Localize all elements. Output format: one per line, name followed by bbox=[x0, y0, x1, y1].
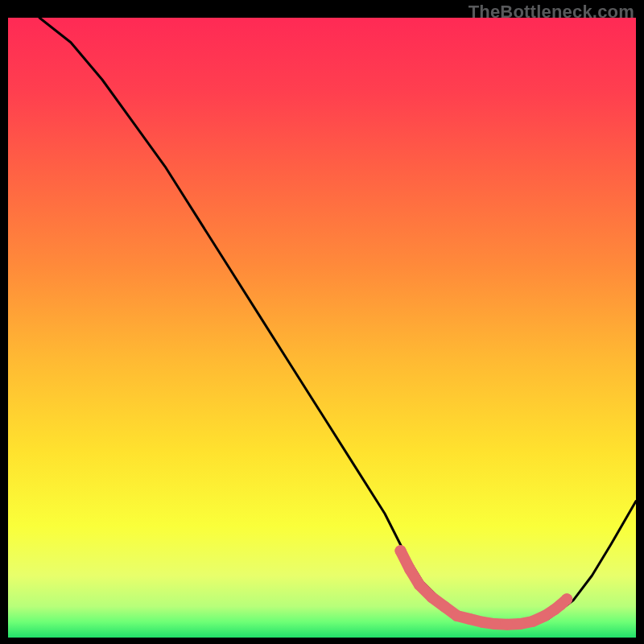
highlight-dot bbox=[395, 545, 407, 556]
highlight-dot bbox=[464, 613, 475, 625]
highlight-dot bbox=[477, 617, 488, 628]
highlight-dot bbox=[452, 610, 463, 621]
highlight-dot bbox=[526, 616, 538, 627]
highlight-dot bbox=[489, 618, 501, 630]
highlight-dot bbox=[514, 618, 526, 630]
highlight-dot bbox=[561, 593, 572, 605]
highlight-dot bbox=[404, 564, 415, 575]
bottleneck-chart bbox=[8, 18, 636, 638]
highlight-dot bbox=[427, 592, 438, 603]
gradient-background bbox=[8, 18, 636, 638]
highlight-dot bbox=[439, 601, 450, 613]
highlight-dot bbox=[502, 619, 513, 630]
highlight-dot bbox=[539, 610, 551, 621]
chart-frame bbox=[8, 18, 636, 638]
highlight-dot bbox=[414, 580, 425, 591]
